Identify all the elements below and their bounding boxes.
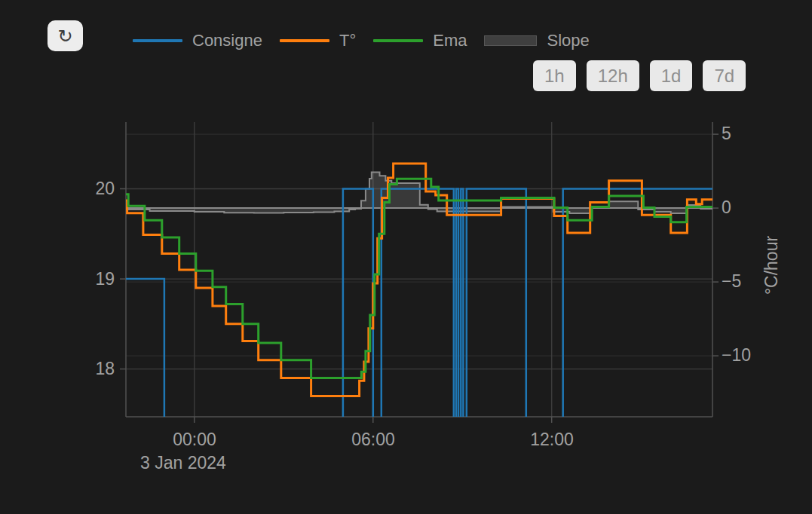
dashboard: ↻ Consigne T° Ema Slope 1h 12h 1d 7d 20 … xyxy=(0,0,812,514)
x-axis-tick-0600: 06:00 xyxy=(328,430,418,450)
right-axis-tick-m5: −5 xyxy=(722,271,741,292)
x-axis-tick-1200: 12:00 xyxy=(507,430,597,450)
x-axis-date-label: 3 Jan 2024 xyxy=(140,453,226,473)
left-axis-tick-19: 19 xyxy=(69,269,115,289)
left-axis-tick-18: 18 xyxy=(69,359,115,379)
right-axis-tick-m10: −10 xyxy=(722,345,751,366)
right-axis-title: °C/hour xyxy=(761,236,782,295)
axes xyxy=(120,122,719,423)
x-axis-tick-0000: 00:00 xyxy=(149,430,240,450)
right-axis-tick-5: 5 xyxy=(722,124,731,144)
left-axis-tick-20: 20 xyxy=(69,179,115,199)
right-axis-tick-0: 0 xyxy=(722,197,731,218)
gridlines xyxy=(126,122,712,417)
